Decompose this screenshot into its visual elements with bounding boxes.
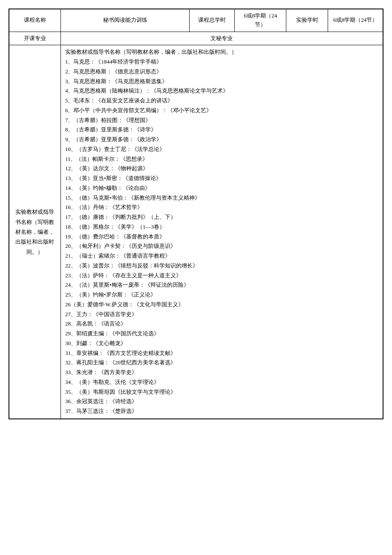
list-item: 8、（古希腊）亚里斯多德：《诗学》: [65, 125, 378, 135]
items-list: 1、马克思：《1844年经济学哲学手稿》2、马克思恩格斯：《德意志意识形态》3、…: [65, 57, 378, 416]
list-item: 30、刘勰：《文心雕龙》: [65, 339, 378, 349]
left-label: 实验教材或指导书名称（写明教材名称，编者，出版社和出版时间。）: [9, 45, 61, 419]
list-item: 6、邓小平（中共中央宣传部文艺局编）：《邓小平论文艺》: [65, 106, 378, 116]
content-row: 实验教材或指导书名称（写明教材名称，编者，出版社和出版时间。） 实验教材或指导书…: [9, 45, 383, 419]
col2-header: 秘书阅读能力训练: [61, 9, 189, 32]
list-item: 21、（瑞士）索绪尔：《普通语言学教程》: [65, 251, 378, 261]
list-item: 18、（德）黑格尔：《美学》（1—3卷）: [65, 222, 378, 232]
open-course-value: 文秘专业: [61, 32, 383, 45]
col6-header: 6或8学期（24节）: [328, 9, 383, 32]
list-item: 12、（英）达尔文：《物种起源》: [65, 164, 378, 174]
list-item: 23、（法）萨特：《存在主义是一种人道主义》: [65, 271, 378, 281]
list-item: 26（美）爱德华·W.萨义德：《文化与帝国主义》: [65, 300, 378, 310]
list-item: 14、（英）约翰•穆勒：《论自由》: [65, 183, 378, 193]
list-item: 35、（美）韦斯坦因《比较文学与文学理论》: [65, 387, 378, 397]
list-item: 7、（古希腊）柏拉图：《理想国》: [65, 116, 378, 125]
intro-text: 实验教材或指导书名称（写明教材名称，编者，出版社和出版时间。）: [65, 47, 378, 57]
list-item: 27、王力：《中国语言学史》: [65, 310, 378, 320]
list-item: 34、（美）韦勒克、沃伦《文学理论》: [65, 378, 378, 387]
list-item: 36、余冠英选注：《诗经选》: [65, 397, 378, 407]
list-item: 17、（德）康德：《判断力批判》（上、下）: [65, 212, 378, 222]
list-item: 5、毛泽东：《在延安文艺座谈会上的讲话》: [65, 96, 378, 106]
list-item: 28、高名凯：《语言论》: [65, 319, 378, 329]
open-course-label: 开课专业: [9, 32, 61, 45]
header-row: 课程名称 秘书阅读能力训练 课程总学时 6或8学期（24节） 实验学时 6或8学…: [9, 9, 383, 32]
list-item: 25、（美）约翰•罗尔斯：《正义论》: [65, 290, 378, 300]
open-course-row: 开课专业 文秘专业: [9, 32, 383, 45]
list-item: 15、（德）马克斯•韦伯：《新教伦理与资本主义精神》: [65, 193, 378, 203]
list-item: 3、马克思恩格斯：《马克思恩格斯选集》: [65, 77, 378, 87]
list-item: 1、马克思：《1844年经济学哲学手稿》: [65, 57, 378, 67]
list-item: 4、马克思恩格斯（陆梅林辑注）：《马克思恩格斯论文学与艺术》: [65, 86, 378, 96]
list-item: 20、（匈牙利）卢卡契：《历史与阶级意识》: [65, 241, 378, 251]
list-item: 9、（古希腊）亚里斯多德：《政治学》: [65, 135, 378, 145]
list-item: 2、马克思恩格斯：《德意志意识形态》: [65, 67, 378, 77]
list-item: 10、（古罗马）查士丁尼：《法学总论》: [65, 145, 378, 154]
col3-header: 课程总学时: [190, 9, 235, 32]
list-item: 19、（德）费尔巴哈：《基督教的本质》: [65, 232, 378, 242]
list-item: 37、马茅三选注：《楚辞选》: [65, 407, 378, 416]
list-item: 24、（法）莫里斯•梅洛一庞蒂：《辩证法的历险》: [65, 280, 378, 290]
list-item: 29、郭绍虞主编：《中国历代文论选》: [65, 329, 378, 339]
list-item: 31、章安祺编：《西方文艺理论史精读文献》: [65, 349, 378, 358]
content-cell: 实验教材或指导书名称（写明教材名称，编者，出版社和出版时间。） 1、马克思：《1…: [61, 45, 383, 419]
col4-header: 6或8学期（24节）: [235, 9, 286, 32]
col5-header: 实验学时: [286, 9, 328, 32]
list-item: 22、（英）波普尔：《猜想与反驳：科学知识的增长》: [65, 261, 378, 271]
list-item: 11、（法）帕斯卡尔：《思想录》: [65, 154, 378, 164]
list-item: 32、蒋孔阳主编：《20世纪西方美学名著选》: [65, 358, 378, 368]
list-item: 16、（法）丹纳：《艺术哲学》: [65, 203, 378, 212]
list-item: 33、朱光潜：《西方美学史》: [65, 368, 378, 378]
list-item: 13、（英）亚当•斯密：《道德情操论》: [65, 174, 378, 183]
col1-header: 课程名称: [9, 9, 61, 32]
